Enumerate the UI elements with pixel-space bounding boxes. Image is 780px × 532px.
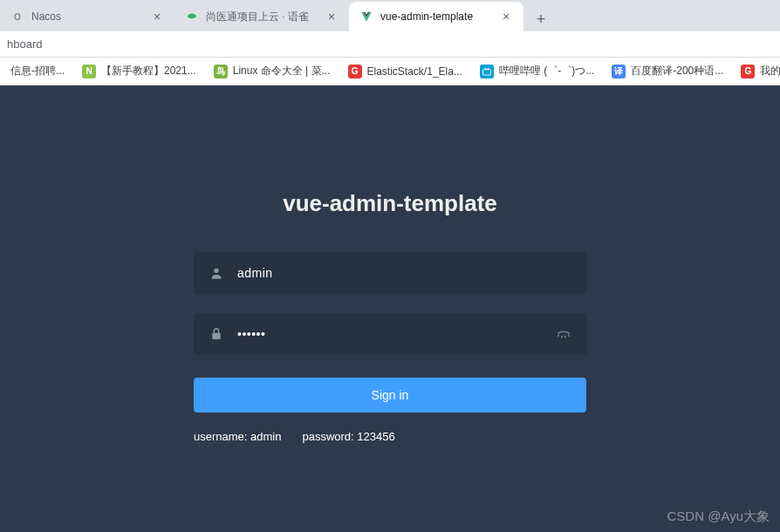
svg-point-1	[214, 269, 218, 273]
svg-rect-2	[212, 333, 220, 339]
bookmark-icon: 译	[612, 65, 626, 78]
vue-favicon	[359, 10, 373, 24]
bookmark-icon: N	[82, 65, 96, 78]
bookmark-label: 【新手教程】2021...	[101, 64, 196, 78]
bookmark-label: 百度翻译-200种语...	[631, 64, 723, 78]
close-icon[interactable]: ×	[150, 10, 164, 24]
password-input[interactable]	[227, 327, 553, 341]
tab-title: Nacos	[31, 10, 143, 23]
tab-title: 尚医通项目上云 · 语雀	[206, 10, 318, 24]
tip-password: password: 123456	[302, 430, 394, 443]
url-text: hboard	[7, 38, 42, 51]
bookmark-label: 哔哩哔哩 (゜-゜)つ...	[499, 64, 594, 78]
bookmark-item[interactable]: 信息-招聘...	[3, 60, 72, 82]
password-row	[194, 313, 586, 355]
bookmark-item[interactable]: N 【新手教程】2021...	[75, 60, 203, 82]
bookmark-label: ElasticStack/1_Ela...	[367, 65, 462, 78]
bookmarks-bar: 信息-招聘... N 【新手教程】2021... 鸟 Linux 命令大全 | …	[0, 58, 780, 85]
new-tab-button[interactable]: +	[529, 7, 553, 31]
username-input[interactable]	[227, 266, 574, 280]
user-icon	[206, 266, 227, 280]
url-bar[interactable]: hboard	[0, 31, 780, 58]
bookmark-icon: G	[348, 65, 362, 78]
watermark: CSDN @Ayu大象	[667, 508, 770, 525]
browser-tab-yuque[interactable]: 尚医通项目上云 · 语雀 ×	[174, 2, 349, 31]
lock-icon	[206, 327, 227, 341]
nacos-favicon: O	[10, 10, 24, 24]
svg-rect-0	[482, 69, 490, 75]
bookmark-label: 信息-招聘...	[10, 64, 65, 78]
browser-tab-strip: O Nacos × 尚医通项目上云 · 语雀 × vue-admin-templ…	[0, 0, 780, 31]
bookmark-item[interactable]: 译 百度翻译-200种语...	[605, 60, 730, 82]
bookmark-item[interactable]: G 我的工	[734, 60, 780, 82]
tip-username: username: admin	[194, 430, 281, 443]
browser-tab-nacos[interactable]: O Nacos ×	[0, 2, 174, 31]
bookmark-item[interactable]: G ElasticStack/1_Ela...	[341, 61, 469, 82]
eye-closed-icon[interactable]	[553, 326, 574, 342]
bilibili-icon	[480, 65, 494, 78]
bookmark-item[interactable]: 鸟 Linux 命令大全 | 菜...	[207, 60, 338, 82]
close-icon[interactable]: ×	[499, 10, 513, 24]
username-row	[194, 252, 586, 294]
bookmark-icon: G	[741, 65, 755, 78]
login-tips: username: admin password: 123456	[194, 430, 586, 443]
signin-button[interactable]: Sign in	[194, 378, 586, 413]
yuque-favicon	[185, 10, 199, 24]
login-page: vue-admin-template Sign in username: adm…	[0, 85, 780, 532]
browser-tab-vue-admin[interactable]: vue-admin-template ×	[349, 2, 523, 31]
close-icon[interactable]: ×	[325, 10, 339, 24]
bookmark-label: 我的工	[760, 64, 780, 78]
page-title: vue-admin-template	[283, 190, 497, 217]
tab-title: vue-admin-template	[380, 10, 492, 23]
bookmark-icon: 鸟	[214, 65, 228, 78]
bookmark-label: Linux 命令大全 | 菜...	[233, 64, 331, 78]
bookmark-item[interactable]: 哔哩哔哩 (゜-゜)つ...	[473, 60, 601, 82]
